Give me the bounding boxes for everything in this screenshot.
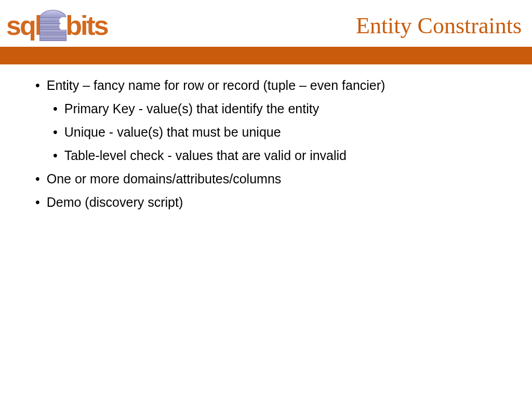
bullet-item: Entity – fancy name for row or record (t… [31,74,501,167]
bullet-list: Entity – fancy name for row or record (t… [31,74,501,214]
slide-title: Entity Constraints [356,12,522,39]
database-icon [39,8,66,43]
bullet-text: Demo (discovery script) [47,195,183,209]
bullet-item: Demo (discovery script) [31,191,501,214]
bullet-text: Entity – fancy name for row or record (t… [47,78,385,92]
logo-text-bits: bits [65,12,107,39]
bullet-text: One or more domains/attributes/columns [47,171,282,186]
sub-bullet-item: Unique - value(s) that must be unique [53,121,501,144]
slide-header: sql bits Entity Constraints [0,0,532,47]
sub-bullet-list: Primary Key - value(s) that identify the… [53,97,501,167]
sub-bullet-item: Table-level check - values that are vali… [53,144,501,167]
bullet-text: Table-level check - values that are vali… [64,148,347,163]
logo-text-sql: sql [6,12,41,39]
bullet-text: Primary Key - value(s) that identify the… [64,101,319,116]
bullet-text: Unique - value(s) that must be unique [64,125,281,139]
sub-bullet-item: Primary Key - value(s) that identify the… [53,97,501,121]
sqlbits-logo: sql bits [6,8,108,43]
slide-content: Entity – fancy name for row or record (t… [0,64,532,214]
divider-bar [0,47,532,64]
bullet-item: One or more domains/attributes/columns [31,167,501,191]
